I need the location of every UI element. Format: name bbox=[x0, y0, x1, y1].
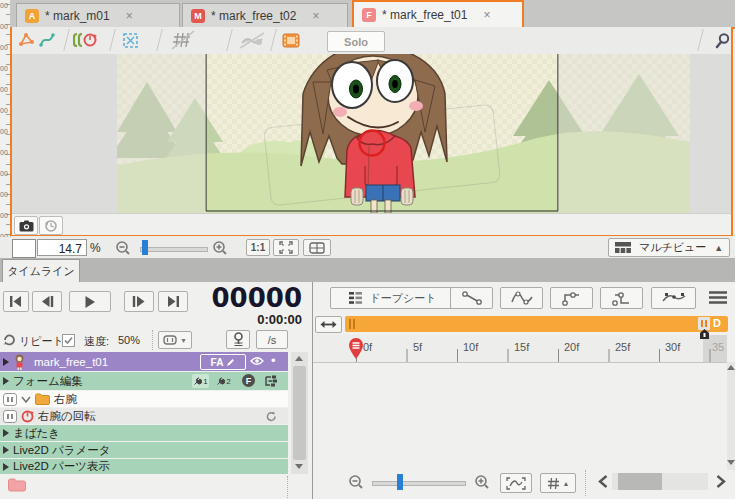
lock-dot-icon[interactable]: • bbox=[271, 353, 276, 368]
go-to-end-button[interactable] bbox=[158, 291, 188, 312]
timeline-zoom-in-icon[interactable] bbox=[474, 474, 490, 490]
close-icon[interactable]: × bbox=[483, 8, 490, 22]
background-color-swatch[interactable] bbox=[12, 239, 36, 258]
mesh-edit-tool-icon[interactable] bbox=[17, 30, 35, 50]
track-scrollbar[interactable] bbox=[291, 352, 308, 474]
onion-skin-dropdown[interactable]: ▼ bbox=[158, 331, 192, 349]
blend-shape-icon-disabled[interactable] bbox=[238, 30, 266, 50]
go-to-start-button[interactable] bbox=[3, 291, 29, 312]
form-file-icon: F bbox=[362, 8, 376, 22]
part-toggle-icon[interactable] bbox=[3, 393, 17, 406]
canvas-frame-button[interactable] bbox=[303, 239, 331, 256]
timeline-zoom-slider-thumb[interactable] bbox=[397, 474, 403, 490]
fit-curve-view-button[interactable] bbox=[500, 473, 532, 493]
tab-mark-free-t02[interactable]: M * mark_free_t02 × bbox=[182, 3, 348, 27]
tab-label: * mark_free_t02 bbox=[211, 9, 296, 23]
marker-pin-button[interactable] bbox=[226, 330, 250, 349]
bezier-handle-button[interactable] bbox=[651, 287, 696, 309]
transform-box-icon[interactable] bbox=[120, 30, 140, 50]
tab-timeline[interactable]: タイムライン bbox=[2, 259, 80, 283]
zoom-slider-track[interactable] bbox=[140, 247, 208, 252]
screenshot-camera-button[interactable] bbox=[14, 216, 38, 235]
tab-mark-free-t01-active[interactable]: F * mark_free_t01 × bbox=[352, 0, 524, 27]
tab-mark-m01[interactable]: A * mark_m01 × bbox=[16, 3, 180, 27]
zoom-slider-thumb[interactable] bbox=[142, 240, 148, 255]
scrollbar-thumb[interactable] bbox=[618, 473, 662, 490]
expand-arrow-icon[interactable] bbox=[3, 429, 9, 437]
chevron-down-icon[interactable] bbox=[21, 396, 31, 403]
canvas-viewport[interactable] bbox=[12, 54, 731, 213]
refresh-icon[interactable] bbox=[266, 411, 277, 422]
search-magnifier-icon[interactable] bbox=[710, 30, 734, 50]
speed-value[interactable]: 50% bbox=[118, 334, 140, 346]
playhead-pin[interactable] bbox=[347, 337, 365, 361]
track-folder-row[interactable]: 右腕 bbox=[0, 391, 288, 407]
range-start-handle[interactable] bbox=[349, 319, 351, 329]
keyform-rotate-icon[interactable] bbox=[72, 30, 98, 50]
step-forward-button[interactable] bbox=[124, 291, 154, 312]
zoom-in-icon[interactable] bbox=[212, 240, 228, 256]
scene-folder-icon[interactable] bbox=[8, 478, 26, 492]
track-param-row[interactable]: 右腕の回転 bbox=[0, 408, 288, 424]
scroll-down-icon[interactable] bbox=[727, 460, 735, 465]
camera-strip bbox=[12, 213, 731, 235]
track-blink-row[interactable]: まばたき bbox=[0, 425, 288, 441]
frame-ruler[interactable]: 0f 5f 10f 15f 20f 25f 30f 35 bbox=[313, 335, 727, 363]
scroll-left-icon[interactable] bbox=[598, 475, 608, 488]
onion-skin-icon[interactable] bbox=[280, 30, 302, 50]
grid-options-button[interactable]: ▲ bbox=[540, 473, 576, 493]
track-scene-row[interactable]: mark_free_t01 FA • bbox=[0, 352, 288, 371]
timeline-zoom-slider-track[interactable] bbox=[372, 481, 466, 486]
multiview-button[interactable]: マルチビュー ▲ bbox=[608, 238, 730, 257]
scroll-right-icon[interactable] bbox=[716, 475, 726, 488]
deformer-path-tool-icon[interactable] bbox=[38, 30, 56, 50]
camera-history-button[interactable] bbox=[39, 216, 63, 235]
work-area-end-marker[interactable] bbox=[699, 329, 710, 340]
fa-edit-badge[interactable]: FA bbox=[200, 354, 246, 370]
expand-arrow-icon[interactable] bbox=[3, 377, 9, 385]
track-form-edit-row[interactable]: フォーム編集 1 2 F bbox=[0, 372, 288, 390]
close-icon[interactable]: × bbox=[312, 9, 319, 23]
step-start-interp-button[interactable] bbox=[600, 287, 643, 309]
expand-arrow-icon[interactable] bbox=[3, 358, 9, 366]
actual-size-button[interactable]: 1:1 bbox=[246, 239, 270, 256]
hierarchy-icon[interactable] bbox=[264, 375, 277, 387]
close-icon[interactable]: × bbox=[126, 9, 133, 23]
panel-divider[interactable] bbox=[312, 282, 313, 499]
timeline-menu-icon[interactable] bbox=[708, 290, 728, 306]
scroll-up-icon[interactable] bbox=[295, 356, 303, 361]
part-toggle-icon[interactable] bbox=[3, 410, 17, 423]
solo-button[interactable]: Solo bbox=[327, 31, 385, 52]
grid-toggle-icon-disabled[interactable] bbox=[170, 30, 196, 50]
expand-arrow-icon[interactable] bbox=[3, 446, 9, 454]
timeline-h-scrollbar[interactable] bbox=[612, 473, 708, 490]
step-back-button[interactable] bbox=[32, 291, 62, 312]
toolbar-separator bbox=[156, 29, 162, 51]
fit-range-button[interactable] bbox=[315, 316, 342, 333]
wrench1-tool[interactable]: 1 bbox=[192, 374, 209, 388]
linear-interp-button[interactable] bbox=[450, 287, 493, 309]
scroll-down-icon[interactable] bbox=[295, 464, 303, 469]
f-badge-icon[interactable]: F bbox=[242, 374, 255, 387]
zoom-out-icon[interactable] bbox=[115, 240, 131, 256]
wrench2-tool[interactable]: 2 bbox=[215, 374, 232, 388]
fit-view-button[interactable] bbox=[273, 239, 299, 256]
app-window: A * mark_m01 × M * mark_free_t02 × F * m… bbox=[0, 0, 735, 499]
play-button[interactable] bbox=[69, 291, 111, 312]
fps-button[interactable]: /s bbox=[256, 330, 288, 349]
visibility-eye-icon[interactable] bbox=[250, 356, 264, 366]
zoom-value-input[interactable]: 14.7 bbox=[37, 239, 87, 256]
scrollbar-thumb[interactable] bbox=[293, 366, 306, 460]
step-end-interp-button[interactable] bbox=[550, 287, 593, 309]
expand-arrow-icon[interactable] bbox=[3, 463, 9, 471]
dopesheet-button[interactable]: ドープシート bbox=[330, 287, 456, 309]
track-live2d-param-row[interactable]: Live2D パラメータ bbox=[0, 442, 288, 458]
track-live2d-parts-row[interactable]: Live2D パーツ表示 bbox=[0, 459, 288, 474]
graph-v-scrollbar[interactable] bbox=[727, 362, 735, 470]
scroll-up-icon[interactable] bbox=[727, 365, 735, 370]
timeline-panel-tabbar: タイムライン bbox=[0, 258, 735, 283]
work-area-range-bar[interactable]: D bbox=[345, 316, 728, 332]
smooth-interp-button[interactable] bbox=[500, 287, 543, 309]
repeat-checkbox[interactable] bbox=[62, 334, 75, 347]
timeline-zoom-out-icon[interactable] bbox=[348, 474, 364, 490]
